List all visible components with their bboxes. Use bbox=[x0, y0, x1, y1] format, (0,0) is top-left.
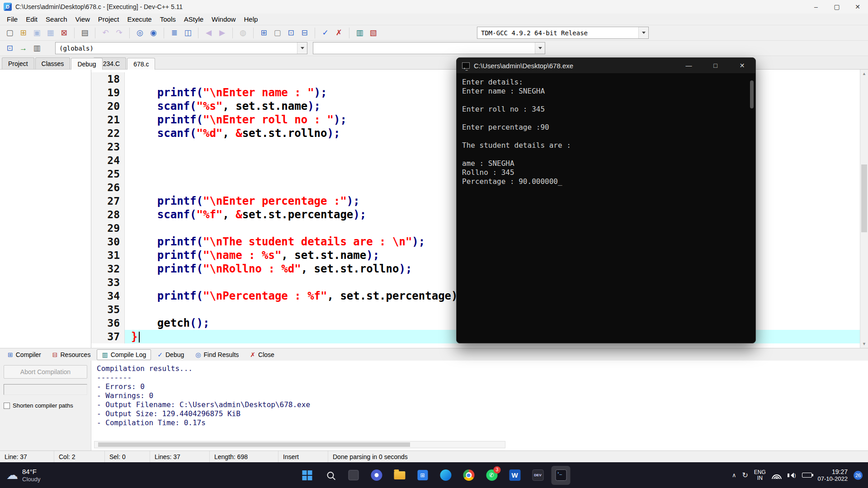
console-scrollbar-thumb[interactable] bbox=[750, 80, 754, 108]
log-scrollbar-thumb[interactable] bbox=[98, 442, 410, 447]
menu-help[interactable]: Help bbox=[240, 14, 262, 24]
toolbar-separator bbox=[164, 28, 164, 38]
save-icon[interactable]: ▣ bbox=[31, 27, 43, 39]
run-icon[interactable]: ▢ bbox=[271, 27, 283, 39]
back-icon[interactable]: ◀ bbox=[203, 27, 215, 39]
goto-line-icon[interactable]: ≣ bbox=[168, 27, 180, 39]
console-title: C:\Users\admin\Desktop\678.exe bbox=[474, 62, 573, 70]
window-title: C:\Users\admin\Desktop\678.c - [Executin… bbox=[15, 3, 183, 10]
scroll-up-icon[interactable] bbox=[860, 70, 868, 78]
syntax-check-icon[interactable]: ✓ bbox=[319, 27, 331, 39]
find-icon[interactable]: ◎ bbox=[134, 27, 146, 39]
bottom-tab-debug[interactable]: ✓Debug bbox=[152, 349, 189, 360]
tab-debug[interactable]: Debug bbox=[71, 58, 102, 70]
abort-compilation-button[interactable]: Abort Compilation bbox=[4, 365, 87, 379]
goto-declaration-icon[interactable]: → bbox=[17, 42, 29, 54]
toolbar-separator bbox=[349, 28, 349, 38]
menu-edit[interactable]: Edit bbox=[22, 14, 42, 24]
delete-profiling-icon[interactable]: ▧ bbox=[367, 27, 379, 39]
menu-window[interactable]: Window bbox=[208, 14, 240, 24]
minimize-button[interactable]: – bbox=[806, 0, 826, 14]
taskbar-chrome-button[interactable] bbox=[459, 466, 478, 485]
taskbar-edge-button[interactable] bbox=[436, 466, 455, 485]
file-tab-678-c[interactable]: 678.c bbox=[127, 58, 155, 70]
language-indicator[interactable]: ENG IN bbox=[754, 469, 766, 481]
sync-icon[interactable] bbox=[742, 471, 748, 479]
maximize-button[interactable]: ▢ bbox=[826, 0, 847, 14]
rebuild-all-icon[interactable]: ⊟ bbox=[298, 27, 311, 39]
bottom-tab-compiler[interactable]: ⊞Compiler bbox=[3, 349, 46, 360]
scroll-down-icon[interactable] bbox=[860, 340, 868, 348]
forward-icon[interactable]: ▶ bbox=[216, 27, 228, 39]
taskbar-explorer-button[interactable] bbox=[390, 466, 409, 485]
globals-select[interactable]: (globals) bbox=[55, 42, 307, 54]
class-browser-icon[interactable]: ▥ bbox=[31, 42, 43, 54]
clock-time: 19:27 bbox=[832, 468, 848, 475]
shorten-paths-checkbox[interactable] bbox=[4, 403, 10, 409]
text-caret bbox=[139, 332, 140, 343]
tab-project[interactable]: Project bbox=[2, 57, 34, 69]
save-all-icon[interactable]: ▦ bbox=[44, 27, 57, 39]
console-title-bar[interactable]: C:\Users\admin\Desktop\678.exe — □ ✕ bbox=[457, 58, 755, 73]
taskbar-store-button[interactable] bbox=[413, 466, 432, 485]
menu-file[interactable]: File bbox=[3, 14, 22, 24]
bottom-tab-find-results[interactable]: ◎Find Results bbox=[190, 349, 244, 360]
menu-project[interactable]: Project bbox=[94, 14, 123, 24]
menu-view[interactable]: View bbox=[71, 14, 94, 24]
new-source-icon[interactable]: ▢ bbox=[4, 27, 16, 39]
taskbar-console-button[interactable] bbox=[552, 466, 571, 485]
compile-run-icon[interactable]: ⊡ bbox=[285, 27, 297, 39]
taskbar-whatsapp-button[interactable]: 3 bbox=[482, 466, 501, 485]
wifi-icon[interactable] bbox=[772, 472, 782, 479]
open-file-icon[interactable]: ⊞ bbox=[17, 27, 29, 39]
editor-scrollbar[interactable] bbox=[860, 70, 868, 348]
close-file-icon[interactable]: ⊠ bbox=[58, 27, 70, 39]
bottom-tab-resources[interactable]: ⊟Resources bbox=[47, 349, 96, 360]
undo-icon[interactable]: ↶ bbox=[99, 27, 112, 39]
battery-icon[interactable] bbox=[802, 473, 812, 478]
volume-icon[interactable]: ) bbox=[788, 473, 796, 478]
bottom-tab-label: Compiler bbox=[16, 351, 41, 358]
menu-execute[interactable]: Execute bbox=[123, 14, 156, 24]
console-minimize-button[interactable]: — bbox=[675, 58, 702, 73]
menu-tools[interactable]: Tools bbox=[156, 14, 180, 24]
compiler-select[interactable]: TDM-GCC 4.9.2 64-bit Release bbox=[477, 27, 649, 39]
new-project-icon[interactable]: ⊡ bbox=[4, 42, 16, 54]
abort-compile-icon[interactable]: ✗ bbox=[333, 27, 345, 39]
tab-classes[interactable]: Classes bbox=[35, 57, 71, 69]
compile-icon[interactable]: ⊞ bbox=[258, 27, 270, 39]
console-output[interactable]: Enter details:Enter name : SNEGHAEnter r… bbox=[457, 73, 755, 191]
taskbar-search-button[interactable] bbox=[321, 466, 340, 485]
line-number: 27 bbox=[91, 194, 125, 208]
bookmarks-icon[interactable]: ◫ bbox=[182, 27, 194, 39]
scrollbar-thumb[interactable] bbox=[861, 164, 867, 232]
print-icon[interactable]: ▤ bbox=[79, 27, 91, 39]
console-close-button[interactable]: ✕ bbox=[729, 58, 755, 73]
toggle-breakpoint-icon[interactable]: ◍ bbox=[237, 27, 249, 39]
taskbar-weather-widget[interactable]: 84°F Cloudy bbox=[6, 462, 40, 488]
taskbar-teams-button[interactable] bbox=[367, 466, 386, 485]
redo-icon[interactable]: ↷ bbox=[113, 27, 125, 39]
task-view-button[interactable] bbox=[344, 466, 363, 485]
menu-astyle[interactable]: AStyle bbox=[180, 14, 208, 24]
taskbar-word-button[interactable] bbox=[505, 466, 524, 485]
console-line: The student details are : bbox=[462, 141, 750, 150]
project-panel[interactable] bbox=[0, 70, 91, 348]
windows-logo-icon bbox=[302, 470, 312, 480]
taskbar-devcpp-button[interactable] bbox=[528, 466, 547, 485]
taskbar-clock[interactable]: 19:27 07-10-2022 bbox=[818, 468, 848, 483]
log-scrollbar[interactable] bbox=[94, 441, 505, 448]
notification-count-badge[interactable]: 26 bbox=[854, 471, 863, 480]
close-button[interactable]: ✕ bbox=[847, 0, 868, 14]
bottom-tab-compile-log[interactable]: ▥Compile Log bbox=[97, 349, 151, 360]
replace-icon[interactable]: ◉ bbox=[147, 27, 160, 39]
language-code: ENG bbox=[754, 469, 766, 475]
tray-expand-icon[interactable] bbox=[732, 472, 736, 479]
console-scrollbar[interactable] bbox=[750, 76, 755, 340]
start-button[interactable] bbox=[298, 466, 317, 485]
bottom-tab-close[interactable]: ✗Close bbox=[245, 349, 279, 360]
console-maximize-button[interactable]: □ bbox=[702, 58, 729, 73]
members-select[interactable] bbox=[313, 42, 545, 54]
profile-icon[interactable]: ▥ bbox=[354, 27, 366, 39]
menu-search[interactable]: Search bbox=[42, 14, 71, 24]
